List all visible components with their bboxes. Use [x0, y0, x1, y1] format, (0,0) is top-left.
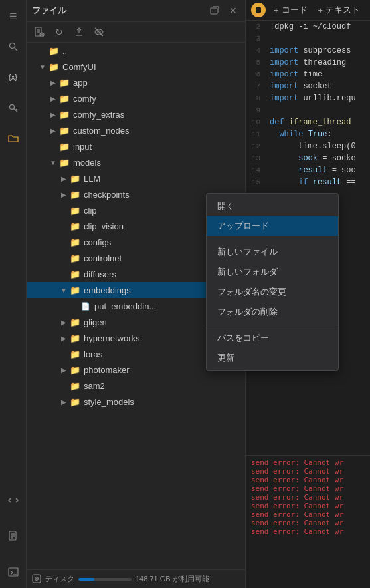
log-line: send error: Cannot wr: [251, 484, 365, 493]
folder-icon: 📁: [69, 269, 81, 279]
code-line: 10 def iframe_thread: [246, 116, 370, 128]
search-icon[interactable]: [3, 36, 24, 57]
add-text-button[interactable]: + テキスト: [316, 3, 363, 17]
code-line: 7 import socket: [246, 80, 370, 92]
folder-icon: 📁: [69, 397, 81, 407]
context-menu-separator-2: [207, 325, 338, 325]
tree-arrow: ▶: [58, 191, 69, 198]
add-code-button[interactable]: + コード: [271, 3, 310, 17]
folder-icon: 📁: [69, 190, 81, 200]
tree-item-style-models[interactable]: ▶ 📁 style_models: [27, 394, 245, 410]
tree-item-sam2[interactable]: 📁 sam2: [27, 378, 245, 394]
tree-label: sam2: [84, 381, 240, 391]
folder-icon: 📁: [58, 158, 70, 168]
tree-label: custom_nodes: [73, 126, 240, 136]
log-line: send error: Cannot wr: [251, 502, 365, 510]
tree-arrow: ▼: [48, 159, 58, 166]
log-line: send error: Cannot wr: [251, 467, 365, 476]
log-line: send error: Cannot wr: [251, 493, 365, 502]
log-line: send error: Cannot wr: [251, 519, 365, 527]
tree-item-comfy-extras[interactable]: ▶ 📁 comfy_extras: [27, 106, 245, 122]
tree-item-app[interactable]: ▶ 📁 app: [27, 74, 245, 90]
hide-icon[interactable]: [92, 25, 106, 39]
tree-arrow: ▶: [58, 175, 69, 182]
disk-space: 148.71 GB が利用可能: [136, 574, 209, 584]
key-icon[interactable]: [3, 97, 24, 118]
code-line: 12 time.sleep(0: [246, 140, 370, 152]
tree-arrow: ▶: [48, 95, 58, 102]
variable-icon[interactable]: {x}: [3, 67, 24, 88]
code-line: 8 import urllib.requ: [246, 92, 370, 104]
menu-icon[interactable]: ☰: [3, 5, 24, 27]
folder-icon[interactable]: [3, 128, 24, 149]
tree-arrow: ▶: [58, 398, 69, 406]
tree-label: style_models: [84, 397, 240, 407]
context-menu-refresh[interactable]: 更新: [207, 348, 338, 368]
tree-item-input[interactable]: 📁 input: [27, 138, 245, 154]
code-line: 13 sock = socke: [246, 152, 370, 164]
tree-arrow: ▶: [48, 111, 58, 118]
sidebar-header: ファイル ✕: [27, 0, 245, 22]
refresh-icon[interactable]: ↻: [52, 25, 66, 39]
tree-arrow: ▶: [58, 367, 69, 374]
context-menu-delete-folder[interactable]: フォルダの削除: [207, 302, 338, 322]
folder-icon: 📁: [58, 94, 70, 104]
sidebar-header-icons: ✕: [208, 4, 240, 17]
context-menu-separator-1: [207, 239, 338, 239]
activity-bar: ☰ {x}: [0, 0, 27, 588]
tree-label: comfy_extras: [73, 110, 240, 120]
folder-icon: 📁: [69, 174, 81, 184]
context-menu-new-folder[interactable]: 新しいフォルダ: [207, 262, 338, 282]
folder-icon: 📁: [58, 78, 70, 88]
window-icon[interactable]: [208, 4, 221, 17]
code-line: 4 import subprocess: [246, 45, 370, 57]
terminal-icon[interactable]: [3, 561, 24, 583]
code-arrows-icon[interactable]: [3, 490, 24, 511]
folder-icon: 📁: [69, 349, 81, 359]
tree-label: app: [73, 78, 240, 88]
disk-progress: [78, 578, 132, 581]
disk-progress-fill: [78, 578, 94, 581]
folder-icon: 📁: [69, 381, 81, 391]
tree-label: ComfyUI: [62, 62, 240, 72]
code-line: 5 import threading: [246, 57, 370, 69]
folder-icon: 📁: [69, 253, 81, 263]
code-line: 6 import time: [246, 69, 370, 80]
context-menu-open[interactable]: 開く: [207, 196, 338, 216]
tree-item-dotdot[interactable]: 📁 ..: [27, 43, 245, 59]
context-menu-new-file[interactable]: 新しいファイル: [207, 242, 338, 262]
status-bar: ディスク 148.71 GB が利用可能: [27, 569, 245, 588]
tree-item-models[interactable]: ▼ 📁 models: [27, 154, 245, 170]
code-line: 11 while True:: [246, 128, 370, 140]
folder-icon: 📁: [48, 62, 60, 72]
code-line: 2 !dpkg -i ~/cloudf: [246, 21, 370, 33]
folder-icon: 📁: [58, 110, 70, 120]
tree-item-comfy[interactable]: ▶ 📁 comfy: [27, 90, 245, 106]
tree-item-llm[interactable]: ▶ 📁 LLM: [27, 170, 245, 186]
svg-point-26: [36, 578, 37, 579]
svg-rect-11: [211, 8, 217, 14]
context-menu-copy-path[interactable]: パスをコピー: [207, 328, 338, 348]
plus-icon: +: [318, 5, 324, 15]
tree-label: LLM: [84, 174, 240, 184]
upload-icon[interactable]: [72, 25, 86, 39]
log-line: send error: Cannot wr: [251, 527, 365, 536]
folder-icon: 📁: [69, 333, 81, 343]
context-menu-upload[interactable]: アップロード: [207, 216, 338, 236]
tree-item-comfyui[interactable]: ▼ 📁 ComfyUI: [27, 59, 245, 74]
sidebar-title: ファイル: [32, 5, 66, 17]
folder-icon: 📁: [48, 46, 60, 56]
main-container: ファイル ✕ ↻: [27, 0, 370, 588]
stop-button[interactable]: [251, 3, 266, 17]
svg-point-0: [9, 43, 15, 49]
tree-arrow: ▶: [58, 335, 69, 342]
new-file-icon[interactable]: [32, 25, 46, 39]
document-icon[interactable]: [3, 525, 24, 547]
add-text-label: テキスト: [325, 4, 360, 16]
folder-icon: 📁: [69, 285, 81, 295]
folder-icon: 📁: [69, 237, 81, 247]
tree-item-custom-nodes[interactable]: ▶ 📁 custom_nodes: [27, 122, 245, 138]
close-icon[interactable]: ✕: [227, 4, 240, 17]
code-line: 14 result = soc: [246, 164, 370, 176]
context-menu-rename-folder[interactable]: フォルダ名の変更: [207, 282, 338, 302]
